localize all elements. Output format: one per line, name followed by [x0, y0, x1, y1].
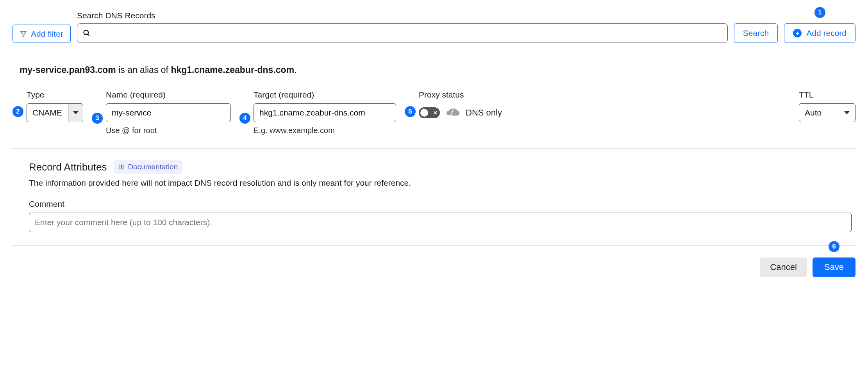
type-field-wrap: 2 Type CNAME [13, 90, 83, 122]
add-record-button[interactable]: + Add record [784, 23, 855, 43]
record-form-row: 2 Type CNAME 3 Name (required) Use @ for… [13, 90, 855, 135]
target-help: E.g. www.example.com [254, 126, 396, 135]
footer-actions: Cancel 6 Save [13, 257, 855, 277]
alias-suffix: . [294, 65, 296, 75]
record-attributes-title: Record Attributes [29, 161, 107, 173]
name-label: Name (required) [106, 90, 231, 99]
alias-domain: my-service.pan93.com [20, 65, 116, 75]
proxy-status-value: DNS only [466, 108, 502, 118]
name-input[interactable] [106, 103, 231, 122]
step-badge-4: 4 [239, 113, 250, 124]
step-badge-3: 3 [92, 113, 103, 124]
ttl-field: TTL Auto [799, 90, 855, 122]
search-block: Search DNS Records [77, 11, 728, 43]
comment-label: Comment [29, 199, 852, 209]
ttl-value: Auto [805, 108, 822, 117]
step-badge-2: 2 [13, 106, 23, 117]
type-select[interactable]: CNAME [27, 103, 83, 122]
target-field-wrap: 4 Target (required) E.g. www.example.com [239, 90, 396, 135]
divider [13, 148, 855, 149]
ttl-select[interactable]: Auto [799, 103, 855, 122]
add-filter-button[interactable]: Add filter [13, 25, 71, 43]
name-field-wrap: 3 Name (required) Use @ for root [92, 90, 231, 135]
toggle-knob [420, 109, 428, 117]
step-badge-5: 5 [405, 106, 416, 117]
proxy-controls: ✕ DNS only [419, 103, 502, 122]
ttl-label: TTL [799, 90, 855, 99]
type-label: Type [27, 90, 83, 99]
search-input-wrap[interactable] [77, 23, 728, 43]
svg-line-2 [88, 34, 89, 36]
svg-point-1 [84, 30, 88, 35]
chevron-down-icon [844, 111, 850, 114]
documentation-link[interactable]: Documentation [114, 160, 182, 174]
svg-marker-0 [21, 32, 26, 36]
step-badge-6: 6 [829, 241, 839, 252]
book-icon [118, 164, 125, 170]
search-button[interactable]: Search [734, 23, 778, 43]
filter-icon [20, 30, 27, 37]
cancel-button[interactable]: Cancel [760, 257, 807, 277]
record-attributes-section: Record Attributes Documentation The info… [29, 160, 852, 232]
save-button-wrap: 6 Save [813, 257, 855, 277]
search-label: Search DNS Records [77, 11, 728, 20]
search-input[interactable] [91, 25, 722, 41]
proxy-toggle[interactable]: ✕ [419, 107, 440, 118]
comment-input[interactable] [29, 213, 852, 232]
plus-circle-icon: + [793, 29, 802, 37]
toggle-off-icon: ✕ [433, 110, 438, 115]
cloud-icon [445, 108, 460, 118]
proxy-status-label: Proxy status [419, 90, 502, 99]
alias-description: my-service.pan93.com is an alias of hkg1… [20, 65, 855, 75]
target-input[interactable] [254, 103, 396, 122]
proxy-field-wrap: 5 Proxy status ✕ DNS only [405, 90, 502, 122]
attrs-header: Record Attributes Documentation [29, 160, 852, 174]
top-bar: Add filter Search DNS Records Search 1 +… [13, 11, 855, 43]
add-record-label: Add record [806, 28, 847, 38]
search-icon [83, 29, 91, 37]
chevron-down-icon [73, 111, 79, 114]
add-filter-label: Add filter [31, 30, 63, 38]
documentation-label: Documentation [128, 163, 178, 171]
alias-target: hkg1.cname.zeabur-dns.com [171, 65, 294, 75]
target-label: Target (required) [254, 90, 396, 99]
add-record-wrap: 1 + Add record [784, 23, 855, 43]
save-button[interactable]: Save [813, 257, 855, 277]
name-help: Use @ for root [106, 126, 231, 135]
type-value[interactable]: CNAME [27, 104, 68, 122]
alias-middle: is an alias of [116, 65, 171, 75]
record-attributes-desc: The information provided here will not i… [29, 178, 852, 188]
divider [13, 245, 855, 246]
type-dropdown-trigger[interactable] [68, 104, 83, 122]
step-badge-1: 1 [814, 7, 825, 18]
